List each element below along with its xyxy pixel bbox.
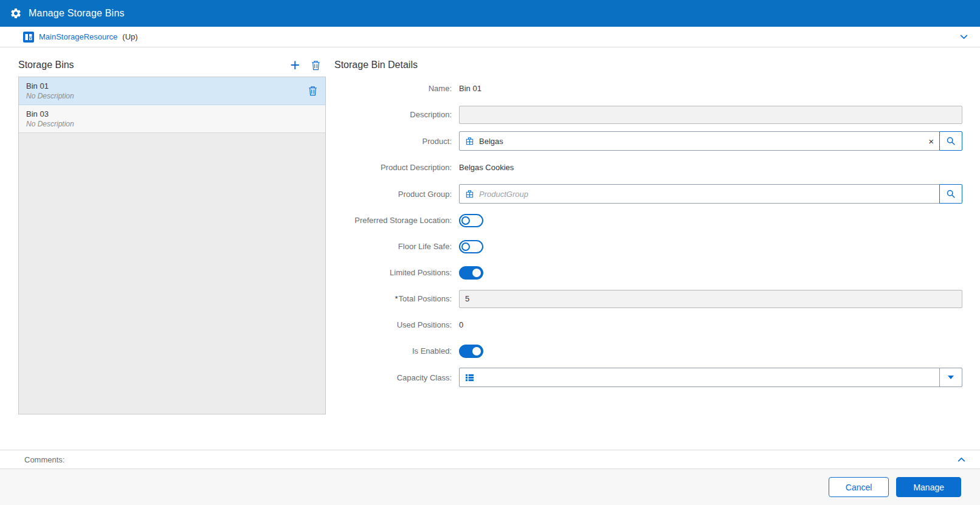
description-input[interactable]	[459, 106, 962, 124]
storage-bins-title: Storage Bins	[18, 60, 74, 70]
description-label: Description:	[334, 110, 459, 119]
product-group-label: Product Group:	[334, 190, 459, 199]
chevron-up-icon[interactable]	[956, 455, 967, 465]
used-positions-label: Used Positions:	[334, 320, 459, 329]
list-item-bin-01[interactable]: Bin 01 No Description	[19, 77, 325, 105]
capacity-class-combo	[459, 368, 962, 387]
limited-positions-label: Limited Positions:	[334, 268, 459, 277]
product-search-button[interactable]	[939, 131, 962, 151]
storage-bins-header: Storage Bins +	[18, 56, 326, 74]
total-positions-input[interactable]	[459, 290, 962, 308]
storage-bin-details-panel: Storage Bin Details Name: Bin 01 Descrip…	[334, 56, 962, 450]
bin-name: Bin 03	[26, 109, 74, 119]
bin-item-text: Bin 03 No Description	[26, 109, 74, 128]
page-title: Manage Storage Bins	[29, 8, 125, 19]
name-label: Name:	[334, 84, 459, 93]
bin-name: Bin 01	[26, 81, 74, 91]
clear-icon[interactable]: ×	[928, 137, 934, 146]
comments-section: Comments:	[0, 450, 980, 469]
storage-bins-actions: +	[290, 58, 326, 72]
product-group-search-button[interactable]	[939, 184, 962, 204]
preferred-storage-location-row: Preferred Storage Location:	[334, 211, 962, 230]
product-input[interactable]	[479, 137, 923, 146]
delete-bin-button[interactable]	[311, 60, 321, 70]
product-description-label: Product Description:	[334, 163, 459, 172]
bin-item-text: Bin 01 No Description	[26, 81, 74, 100]
product-group-input[interactable]	[479, 190, 934, 199]
product-label: Product:	[334, 137, 459, 146]
cancel-button[interactable]: Cancel	[829, 477, 889, 497]
app-header: Manage Storage Bins	[0, 0, 980, 27]
product-row: Product: ×	[334, 131, 962, 151]
is-enabled-label: Is Enabled:	[334, 346, 459, 356]
product-icon	[465, 190, 474, 199]
comments-label: Comments:	[24, 455, 64, 464]
preferred-storage-location-label: Preferred Storage Location:	[334, 216, 459, 225]
product-field: ×	[459, 131, 940, 151]
product-group-row: Product Group:	[334, 184, 962, 204]
details-title: Storage Bin Details	[334, 56, 962, 74]
manage-button[interactable]: Manage	[896, 477, 961, 497]
breadcrumb-up-label: (Up)	[122, 32, 137, 41]
add-bin-button[interactable]: +	[290, 58, 300, 72]
limited-positions-toggle[interactable]	[459, 266, 483, 280]
bin-description: No Description	[26, 120, 74, 128]
product-group-field	[459, 184, 940, 204]
capacity-class-label: Capacity Class:	[334, 373, 459, 382]
floor-life-safe-toggle[interactable]	[459, 240, 483, 253]
chevron-down-icon[interactable]	[959, 32, 969, 42]
product-description-row: Product Description: Belgas Cookies	[334, 158, 962, 177]
total-positions-label: *Total Positions:	[334, 294, 459, 303]
bin-description: No Description	[26, 92, 74, 100]
product-description-value: Belgas Cookies	[459, 163, 514, 172]
used-positions-row: Used Positions: 0	[334, 315, 962, 334]
main-content: Storage Bins + Bin 01 No Description	[0, 47, 980, 450]
is-enabled-toggle[interactable]	[459, 345, 483, 358]
toggle-knob	[461, 242, 470, 251]
trash-icon	[311, 60, 321, 70]
list-icon	[465, 373, 474, 382]
storage-bins-panel: Storage Bins + Bin 01 No Description	[18, 56, 326, 450]
gear-icon	[10, 7, 22, 19]
floor-life-safe-row: Floor Life Safe:	[334, 237, 962, 256]
limited-positions-row: Limited Positions:	[334, 263, 962, 282]
used-positions-value: 0	[459, 320, 463, 329]
product-icon	[465, 137, 474, 146]
breadcrumb: MainStorageResource (Up)	[0, 27, 980, 47]
floor-life-safe-label: Floor Life Safe:	[334, 242, 459, 251]
toggle-knob	[472, 347, 481, 356]
toggle-knob	[472, 269, 481, 277]
product-group-combo	[459, 184, 962, 204]
capacity-class-row: Capacity Class:	[334, 368, 962, 387]
is-enabled-row: Is Enabled:	[334, 342, 962, 360]
product-combo: ×	[459, 131, 962, 151]
footer-toolbar: Cancel Manage	[0, 469, 980, 505]
name-row: Name: Bin 01	[334, 79, 962, 98]
storage-resource-icon	[23, 32, 34, 43]
preferred-storage-location-toggle[interactable]	[459, 214, 483, 227]
capacity-class-dropdown-button[interactable]	[939, 368, 962, 387]
breadcrumb-resource-link[interactable]: MainStorageResource	[39, 32, 117, 41]
toggle-knob	[461, 216, 470, 225]
capacity-class-field	[459, 368, 940, 387]
capacity-class-input[interactable]	[479, 373, 934, 382]
list-item-bin-03[interactable]: Bin 03 No Description	[19, 105, 325, 133]
description-row: Description:	[334, 105, 962, 124]
total-positions-label-text: Total Positions:	[399, 294, 452, 303]
storage-bins-list: Bin 01 No Description Bin 03 No Descript…	[18, 77, 326, 414]
required-marker: *	[395, 294, 398, 303]
magnifier-icon	[946, 189, 956, 199]
delete-selected-bin-button[interactable]	[308, 86, 318, 96]
magnifier-icon	[946, 136, 956, 146]
name-value: Bin 01	[459, 84, 481, 93]
chevron-down-icon	[948, 376, 954, 379]
total-positions-row: *Total Positions:	[334, 289, 962, 308]
